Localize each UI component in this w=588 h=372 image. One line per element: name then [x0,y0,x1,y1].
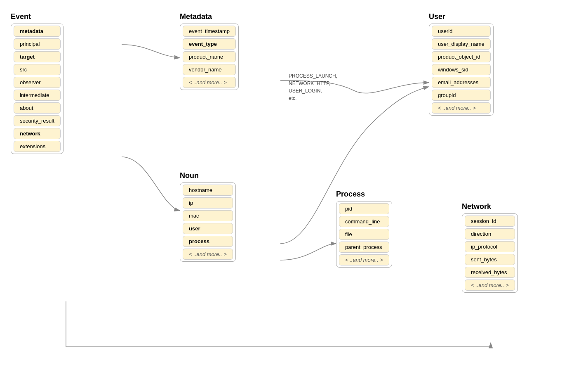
network-entity: Network session_id direction ip_protocol… [462,202,518,293]
network-field-more: < ..and more.. > [465,280,515,291]
process-field-parent-process: parent_process [339,242,389,253]
noun-field-hostname: hostname [183,185,233,196]
event-type-values-label: PROCESS_LAUNCH,NETWORK_HTTP,USER_LOGIN,e… [289,72,337,102]
event-title: Event [11,12,64,21]
metadata-box: event_timestamp event_type product_name … [180,24,239,90]
user-field-userid: userid [432,26,491,37]
diagram-container: Event metadata principal target src obse… [0,0,588,372]
process-field-command-line: command_line [339,216,389,227]
noun-field-more: < ..and more.. > [183,249,233,260]
network-title: Network [462,202,518,211]
noun-entity: Noun hostname ip mac user process < ..an… [180,171,236,262]
event-field-security-result: security_result [14,115,61,126]
metadata-entity: Metadata event_timestamp event_type prod… [180,12,239,90]
event-field-about: about [14,102,61,114]
network-box: session_id direction ip_protocol sent_by… [462,213,518,293]
metadata-title: Metadata [180,12,239,21]
noun-field-process: process [183,236,233,247]
noun-field-user: user [183,223,233,234]
event-field-intermediate: intermediate [14,90,61,101]
event-field-target: target [14,51,61,62]
network-field-sent-bytes: sent_bytes [465,254,515,265]
user-entity: User userid user_display_name product_ob… [429,12,494,116]
metadata-field-event-type: event_type [183,38,236,50]
noun-field-ip: ip [183,197,233,209]
user-field-email-addresses: email_addresses [432,77,491,88]
event-field-extensions: extensions [14,141,61,152]
network-field-ip-protocol: ip_protocol [465,241,515,252]
user-title: User [429,12,494,21]
process-field-more: < ..and more.. > [339,254,389,265]
user-field-groupid: groupid [432,90,491,101]
arrows-svg [0,0,588,372]
process-field-file: file [339,229,389,240]
metadata-field-more: < ..and more.. > [183,77,236,88]
network-field-received-bytes: received_bytes [465,267,515,278]
process-entity: Process pid command_line file parent_pro… [336,190,392,268]
noun-box: hostname ip mac user process < ..and mor… [180,182,236,262]
event-entity: Event metadata principal target src obse… [11,12,64,154]
user-box: userid user_display_name product_object_… [429,24,494,116]
user-field-windows-sid: windows_sid [432,64,491,75]
user-field-more: < ..and more.. > [432,102,491,114]
network-field-direction: direction [465,228,515,239]
metadata-field-product-name: product_name [183,51,236,62]
process-title: Process [336,190,392,199]
network-field-session-id: session_id [465,216,515,227]
noun-title: Noun [180,171,236,180]
event-box: metadata principal target src observer i… [11,24,64,154]
event-field-observer: observer [14,77,61,88]
metadata-field-event-timestamp: event_timestamp [183,26,236,37]
noun-field-mac: mac [183,210,233,221]
user-field-product-object-id: product_object_id [432,51,491,62]
process-field-pid: pid [339,203,389,214]
metadata-field-vendor-name: vendor_name [183,64,236,75]
event-field-src: src [14,64,61,75]
user-field-display-name: user_display_name [432,38,491,50]
event-field-network: network [14,128,61,139]
event-field-metadata: metadata [14,26,61,37]
event-field-principal: principal [14,38,61,50]
process-box: pid command_line file parent_process < .… [336,201,392,268]
